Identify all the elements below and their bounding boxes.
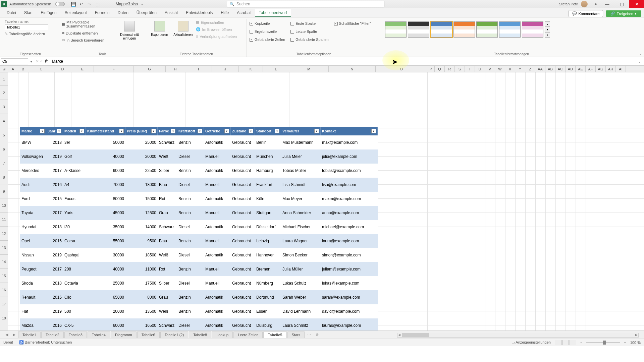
cell[interactable]: 60000 <box>86 318 125 330</box>
col-header-Z[interactable]: Z <box>525 66 535 72</box>
sheet-tab-lookup[interactable]: Lookup <box>212 331 233 338</box>
cell[interactable]: Gebraucht <box>231 248 255 262</box>
cell[interactable]: Manuell <box>204 276 231 290</box>
gallery-down-icon[interactable]: ▾ <box>545 27 550 32</box>
sheet-tab-tabelle1[interactable]: Tabelle1 <box>18 331 41 338</box>
cell[interactable]: CX-5 <box>63 318 86 330</box>
table-row[interactable]: Renault2015Clio650008000GrauBenzinAutoma… <box>20 290 378 304</box>
table-row[interactable]: Mercedes2017A-Klasse6000022500SilberBenz… <box>20 164 378 178</box>
table-row[interactable]: Audi2016A47000018000BlauDieselManuellGeb… <box>20 178 378 192</box>
sheet-tab-tabelle8[interactable]: Tabelle8 <box>189 331 211 338</box>
cell[interactable]: Weiß <box>158 149 177 164</box>
cell[interactable]: Manuell <box>204 262 231 276</box>
cell[interactable]: laura@example.com <box>321 234 378 248</box>
cell[interactable]: Gebraucht <box>231 304 255 318</box>
minimize-button[interactable]: — <box>600 0 614 8</box>
cell[interactable]: 14000 <box>125 220 158 234</box>
cell[interactable]: 16500 <box>125 318 158 330</box>
sheet-tab-tabelle4[interactable]: Tabelle4 <box>88 331 110 338</box>
style-thumb-pink[interactable] <box>522 21 543 38</box>
cell[interactable]: Automatik <box>204 304 231 318</box>
cell[interactable]: julia@example.com <box>321 149 378 164</box>
cell[interactable]: 35000 <box>86 220 125 234</box>
spreadsheet-grid[interactable]: ABCDEFGHIJKLMNOPQRSTUVWXYZAAABACADAEAFAG… <box>0 66 644 330</box>
cell[interactable]: 18500 <box>125 248 158 262</box>
filter-dropdown-icon[interactable]: ▾ <box>198 129 202 133</box>
convert-range-button[interactable]: ▭ In Bereich konvertieren <box>62 37 114 43</box>
cell[interactable]: Benzin <box>177 192 204 206</box>
table-row[interactable]: Nissan2019Qashqai3000018500WeißDieselAut… <box>20 248 378 262</box>
cell[interactable]: Yaris <box>63 206 86 220</box>
cell[interactable]: 45000 <box>86 206 125 220</box>
cell[interactable]: Manuell <box>204 234 231 248</box>
accept-formula-icon[interactable]: ✓ <box>40 59 43 64</box>
cell[interactable]: Gebraucht <box>231 276 255 290</box>
cell[interactable]: Gebraucht <box>231 318 255 330</box>
cell[interactable]: Weiß <box>158 304 177 318</box>
filter-dropdown-icon[interactable]: ▾ <box>275 129 279 133</box>
cell[interactable]: Silber <box>158 164 177 178</box>
cell[interactable]: Gebraucht <box>231 178 255 192</box>
row-header-17[interactable]: 17 <box>0 297 8 311</box>
col-header-D[interactable]: D <box>54 66 71 72</box>
filter-dropdown-icon[interactable]: ▾ <box>119 129 124 133</box>
filter-dropdown-icon[interactable]: ▾ <box>79 129 84 133</box>
cell[interactable]: 500 <box>63 304 86 318</box>
cell[interactable]: Dortmund <box>255 290 281 304</box>
row-header-11[interactable]: 11 <box>0 213 8 227</box>
row-header-18[interactable]: 18 <box>0 311 8 325</box>
filter-dropdown-icon[interactable]: ▾ <box>371 129 376 133</box>
cell[interactable]: Bremen <box>255 262 281 276</box>
cell[interactable]: Düsseldorf <box>255 220 281 234</box>
column-headers[interactable]: ABCDEFGHIJKLMNOPQRSTUVWXYZAAABACADAEAFAG… <box>8 66 644 72</box>
formula-expand-icon[interactable]: ⌄ <box>635 59 644 64</box>
cell[interactable]: BMW <box>20 135 46 149</box>
cell[interactable]: Hannover <box>255 248 281 262</box>
cell[interactable]: Diesel <box>177 318 204 330</box>
col-header-AG[interactable]: AG <box>596 66 606 72</box>
zoom-in-button[interactable]: + <box>624 341 626 345</box>
cell[interactable]: Schwarz <box>158 318 177 330</box>
col-header-U[interactable]: U <box>475 66 485 72</box>
row-header-4[interactable]: 4 <box>0 114 8 128</box>
cell[interactable]: Simon Becker <box>281 248 321 262</box>
cell[interactable]: simon@example.com <box>321 248 378 262</box>
table-header-modell[interactable]: Modell▾ <box>63 127 86 135</box>
cell[interactable]: 2016 <box>46 178 63 192</box>
cell[interactable]: Skoda <box>20 276 46 290</box>
sheet-nav-prev-icon[interactable]: ◀ <box>3 333 10 337</box>
cancel-formula-icon[interactable]: ✕ <box>36 59 39 64</box>
col-header-H[interactable]: H <box>166 66 185 72</box>
normal-view-button[interactable] <box>555 340 561 345</box>
cell[interactable]: Automatik <box>204 290 231 304</box>
tab-ansicht[interactable]: Ansicht <box>161 9 182 17</box>
row-header-13[interactable]: 13 <box>0 241 8 255</box>
maximize-button[interactable]: ▢ <box>614 0 629 8</box>
cell[interactable]: 25000 <box>125 135 158 149</box>
cell[interactable]: David Lehmann <box>281 304 321 318</box>
cell[interactable]: 2015 <box>46 192 63 206</box>
cell[interactable]: lukas@example.com <box>321 276 378 290</box>
sheet-tab-tabelle2[interactable]: Tabelle2 <box>41 331 64 338</box>
col-header-R[interactable]: R <box>445 66 455 72</box>
cell[interactable]: Max Meyer <box>281 192 321 206</box>
row-headers[interactable]: 12345678910111213141516171819 <box>0 72 8 330</box>
tab-start[interactable]: Start <box>20 9 37 17</box>
col-header-W[interactable]: W <box>495 66 505 72</box>
style-thumb-orange[interactable] <box>453 21 475 38</box>
cell[interactable]: Weiß <box>158 248 177 262</box>
tab-einfügen[interactable]: Einfügen <box>37 9 60 17</box>
cell[interactable]: Corsa <box>63 234 86 248</box>
col-header-AI[interactable]: AI <box>616 66 626 72</box>
cell[interactable]: München <box>255 149 281 164</box>
col-header-S[interactable]: S <box>455 66 465 72</box>
tab-formeln[interactable]: Formeln <box>91 9 114 17</box>
refresh-button[interactable]: Aktualisieren <box>171 19 195 38</box>
header-row-checkbox[interactable]: Kopfzeile <box>250 21 285 26</box>
cell[interactable]: Grau <box>158 290 177 304</box>
filter-dropdown-icon[interactable]: ▾ <box>171 129 175 133</box>
cell[interactable]: Duisburg <box>255 318 281 330</box>
gallery-more-icon[interactable]: ▾ <box>545 32 550 38</box>
display-settings-button[interactable]: ▭ Anzeigeeinstellungen <box>512 340 551 345</box>
cell[interactable]: Automatik <box>204 220 231 234</box>
